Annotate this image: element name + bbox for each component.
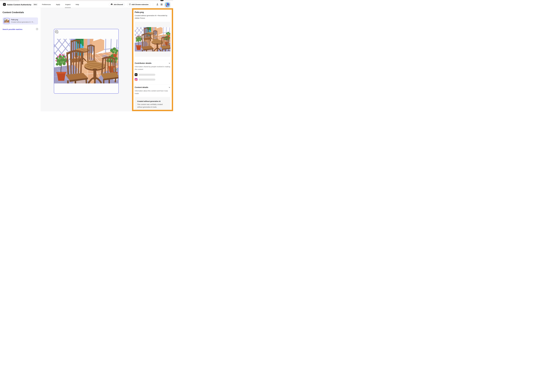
beta-badge: Beta xyxy=(33,4,37,6)
content-credentials-sidebar: Content Credentials cr Patio.png Created… xyxy=(0,8,41,111)
panel-file-name: Patio.png xyxy=(135,11,170,14)
image-preview-card xyxy=(135,22,170,57)
behance-icon: Bē xyxy=(135,73,137,76)
help-question-icon[interactable]: ? xyxy=(36,28,38,30)
contributor-details-header[interactable]: Contributor details xyxy=(135,62,170,64)
app-title: Adobe Content Authenticity xyxy=(7,4,31,6)
instagram-icon xyxy=(135,78,137,81)
app-header: Adobe Content Authenticity Beta Preferen… xyxy=(0,1,173,8)
contributor-details-description: Information shared by people involved in… xyxy=(135,65,170,71)
discord-icon xyxy=(111,4,113,6)
file-thumbnail: cr xyxy=(4,18,9,24)
file-summary: Created without generative AI • R... xyxy=(11,21,34,23)
nav-help[interactable]: Help xyxy=(76,1,79,8)
card-title: Created without generative AI xyxy=(137,100,170,102)
palette-avatar-icon xyxy=(165,2,170,7)
header-divider xyxy=(153,3,153,6)
cr-badge-icon: cr xyxy=(4,19,6,21)
cr-badge-icon[interactable]: cr xyxy=(55,30,58,33)
join-discord-button[interactable]: Join Discord xyxy=(109,3,125,6)
chevron-down-icon[interactable] xyxy=(169,86,170,88)
external-link-icon xyxy=(129,3,131,6)
redacted-handle xyxy=(139,79,155,81)
redacted-handle xyxy=(139,74,155,76)
instagram-link-row[interactable] xyxy=(135,78,170,81)
adobe-content-authenticity-logo-icon[interactable] xyxy=(3,3,6,6)
primary-nav: Preferences Apply Inspect Help xyxy=(42,1,79,8)
add-chrome-extension-label: Add Chrome extension xyxy=(132,4,149,5)
patio-artwork-preview xyxy=(135,27,170,51)
no-generative-ai-card: Created without generative AI This conte… xyxy=(135,97,170,110)
patio-artwork-image xyxy=(54,39,118,84)
nav-apply[interactable]: Apply xyxy=(56,1,60,8)
content-details-header[interactable]: Content details xyxy=(135,86,170,89)
experiments-flask-icon[interactable] xyxy=(156,3,159,6)
app-window: Adobe Content Authenticity Beta Preferen… xyxy=(0,0,173,111)
inspected-image-card[interactable]: cr xyxy=(54,29,119,94)
behance-link-row[interactable]: Bē xyxy=(135,73,170,76)
header-actions: Join Discord Add Chrome extension xyxy=(109,1,173,8)
sidebar-title: Content Credentials xyxy=(3,11,24,14)
content-details-title: Content details xyxy=(135,86,148,89)
inspect-details-panel: Patio.png Created without generative AI … xyxy=(132,8,173,111)
nav-inspect[interactable]: Inspect xyxy=(65,1,71,8)
card-body: This content was verifiably created with… xyxy=(137,103,165,108)
nav-preferences[interactable]: Preferences xyxy=(42,1,51,8)
browser-tab-strip xyxy=(0,0,173,1)
join-discord-label: Join Discord xyxy=(113,4,123,5)
file-list-item-patio[interactable]: cr Patio.png Created without generative … xyxy=(3,17,38,25)
apps-grid-icon[interactable] xyxy=(160,3,163,6)
content-details-description: Information about this content and how i… xyxy=(135,90,170,95)
panel-file-summary: Created without generative AI • Recorded… xyxy=(135,14,170,19)
contributor-details-title: Contributor details xyxy=(135,62,151,64)
user-avatar[interactable] xyxy=(164,2,170,8)
chevron-down-icon[interactable] xyxy=(169,62,170,64)
search-possible-matches-link[interactable]: Search possible matches xyxy=(3,28,22,30)
file-name: Patio.png xyxy=(11,19,18,21)
add-chrome-extension-button[interactable]: Add Chrome extension xyxy=(127,3,150,6)
